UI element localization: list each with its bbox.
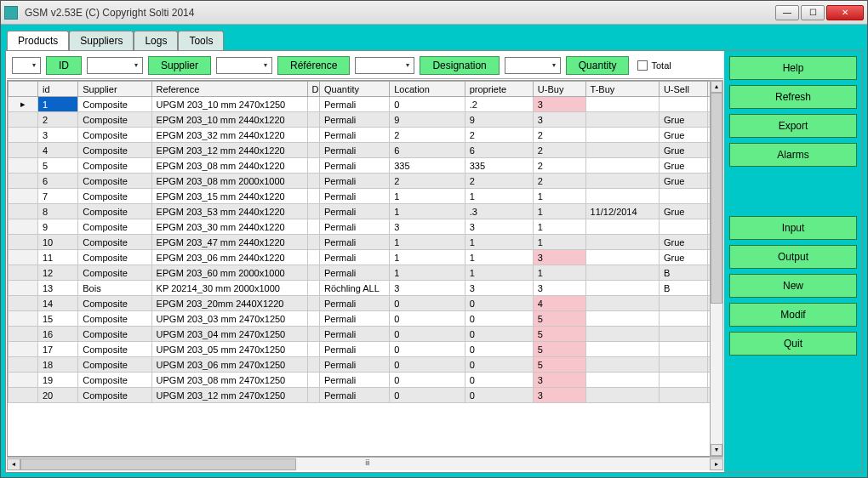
cell-location[interactable]: 6: [390, 143, 465, 158]
cell-usell[interactable]: [659, 388, 708, 403]
cell-quantity[interactable]: Permali: [320, 296, 390, 311]
cell-location[interactable]: 1: [390, 265, 465, 281]
cell-ubuy[interactable]: 3: [533, 373, 585, 388]
cell-propriete[interactable]: 0: [465, 342, 533, 357]
table-row[interactable]: 13BoisKP 20214_30 mm 2000x1000Röchling A…: [9, 281, 722, 296]
cell-ubuy[interactable]: 3: [533, 250, 585, 265]
filter-quantity-button[interactable]: Quantity: [566, 56, 630, 75]
cell-quantity[interactable]: Permali: [320, 174, 390, 189]
cell-ubuy[interactable]: 5: [533, 311, 585, 327]
table-row[interactable]: 17CompositeUPGM 203_05 mm 2470x1250Perma…: [9, 342, 722, 357]
cell-supplier[interactable]: Composite: [78, 342, 151, 357]
cell-usell[interactable]: [659, 327, 708, 342]
scroll-thumb-v[interactable]: [711, 93, 722, 304]
cell-tbuy[interactable]: [585, 174, 659, 189]
col-location[interactable]: Location: [390, 82, 465, 97]
table-row[interactable]: 16CompositeUPGM 203_04 mm 2470x1250Perma…: [9, 327, 722, 342]
cell-supplier[interactable]: Composite: [78, 143, 151, 158]
cell-ubuy[interactable]: 1: [533, 265, 585, 281]
cell-reference[interactable]: UPGM 203_08 mm 2470x1250: [151, 373, 307, 388]
cell-ubuy[interactable]: 2: [533, 143, 585, 158]
cell-quantity[interactable]: Permali: [320, 219, 390, 235]
filter-designation-button[interactable]: Designation: [420, 56, 499, 75]
cell-supplier[interactable]: Composite: [78, 296, 151, 311]
col-supplier[interactable]: Supplier: [78, 82, 151, 97]
cell-supplier[interactable]: Composite: [78, 373, 151, 388]
cell-usell[interactable]: [659, 189, 708, 204]
cell-reference[interactable]: EPGM 203_60 mm 2000x1000: [151, 265, 307, 281]
cell-id[interactable]: 20: [37, 388, 77, 403]
cell-propriete[interactable]: 0: [465, 311, 533, 327]
row-header[interactable]: [9, 373, 38, 388]
cell-d[interactable]: [307, 311, 319, 327]
cell-quantity[interactable]: Permali: [320, 112, 390, 128]
cell-d[interactable]: [307, 327, 319, 342]
cell-id[interactable]: 17: [37, 342, 77, 357]
cell-usell[interactable]: [659, 219, 708, 235]
cell-location[interactable]: 1: [390, 250, 465, 265]
cell-propriete[interactable]: 3: [465, 281, 533, 296]
cell-quantity[interactable]: Permali: [320, 373, 390, 388]
table-row[interactable]: 18CompositeUPGM 203_06 mm 2470x1250Perma…: [9, 357, 722, 373]
cell-tbuy[interactable]: [585, 265, 659, 281]
cell-reference[interactable]: UPGM 203_10 mm 2470x1250: [151, 97, 307, 112]
cell-propriete[interactable]: 9: [465, 112, 533, 128]
cell-supplier[interactable]: Composite: [78, 189, 151, 204]
row-header[interactable]: [9, 327, 38, 342]
input-button[interactable]: Input: [729, 216, 857, 240]
cell-quantity[interactable]: Permali: [320, 311, 390, 327]
row-header-corner[interactable]: [9, 82, 38, 97]
cell-d[interactable]: [307, 174, 319, 189]
scroll-up-button[interactable]: ▴: [711, 81, 722, 93]
cell-quantity[interactable]: Permali: [320, 342, 390, 357]
cell-location[interactable]: 0: [390, 373, 465, 388]
cell-tbuy[interactable]: 11/12/2014: [585, 204, 659, 219]
cell-d[interactable]: [307, 235, 319, 250]
table-row[interactable]: 8CompositeEPGM 203_53 mm 2440x1220Permal…: [9, 204, 722, 219]
cell-supplier[interactable]: Composite: [78, 158, 151, 174]
cell-usell[interactable]: Grue: [659, 204, 708, 219]
cell-supplier[interactable]: Composite: [78, 311, 151, 327]
cell-reference[interactable]: UPGM 203_05 mm 2470x1250: [151, 342, 307, 357]
cell-d[interactable]: [307, 189, 319, 204]
alarms-button[interactable]: Alarms: [729, 143, 857, 167]
help-button[interactable]: Help: [729, 56, 857, 80]
cell-tbuy[interactable]: [585, 296, 659, 311]
row-header[interactable]: [9, 296, 38, 311]
cell-usell[interactable]: B: [659, 281, 708, 296]
cell-propriete[interactable]: 1: [465, 265, 533, 281]
cell-location[interactable]: 3: [390, 281, 465, 296]
table-row[interactable]: 6CompositeEPGM 203_08 mm 2000x1000Permal…: [9, 174, 722, 189]
vertical-scrollbar[interactable]: ▴ ▾: [710, 80, 723, 457]
cell-reference[interactable]: UPGM 203_06 mm 2470x1250: [151, 357, 307, 373]
cell-id[interactable]: 1: [37, 97, 77, 112]
filter-combo-1[interactable]: ▾: [12, 57, 41, 74]
table-row[interactable]: 15CompositeUPGM 203_03 mm 2470x1250Perma…: [9, 311, 722, 327]
row-header[interactable]: [9, 250, 38, 265]
maximize-button[interactable]: ☐: [801, 5, 825, 20]
cell-reference[interactable]: EPGM 203_20mm 2440X1220: [151, 296, 307, 311]
cell-usell[interactable]: Grue: [659, 158, 708, 174]
cell-reference[interactable]: EPGM 203_12 mm 2440x1220: [151, 143, 307, 158]
cell-location[interactable]: 9: [390, 112, 465, 128]
cell-d[interactable]: [307, 388, 319, 403]
cell-reference[interactable]: EPGM 203_06 mm 2440x1220: [151, 250, 307, 265]
cell-quantity[interactable]: Permali: [320, 265, 390, 281]
row-header[interactable]: ▸: [9, 97, 38, 112]
cell-ubuy[interactable]: 2: [533, 128, 585, 143]
cell-reference[interactable]: KP 20214_30 mm 2000x1000: [151, 281, 307, 296]
cell-d[interactable]: [307, 296, 319, 311]
filter-combo-3[interactable]: ▾: [216, 57, 272, 74]
cell-propriete[interactable]: 0: [465, 373, 533, 388]
cell-propriete[interactable]: 0: [465, 296, 533, 311]
cell-reference[interactable]: UPGM 203_03 mm 2470x1250: [151, 311, 307, 327]
cell-propriete[interactable]: 1: [465, 235, 533, 250]
tab-tools[interactable]: Tools: [178, 31, 224, 50]
row-header[interactable]: [9, 388, 38, 403]
tab-products[interactable]: Products: [7, 31, 69, 50]
cell-reference[interactable]: EPGM 203_30 mm 2440x1220: [151, 219, 307, 235]
table-row[interactable]: 4CompositeEPGM 203_12 mm 2440x1220Permal…: [9, 143, 722, 158]
cell-id[interactable]: 19: [37, 373, 77, 388]
output-button[interactable]: Output: [729, 245, 857, 269]
cell-tbuy[interactable]: [585, 219, 659, 235]
